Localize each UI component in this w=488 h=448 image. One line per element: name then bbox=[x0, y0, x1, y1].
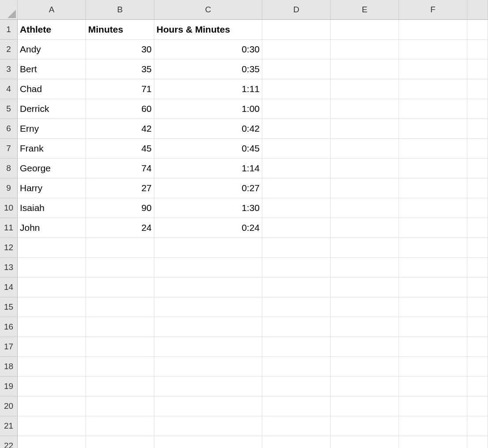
cell-A10[interactable]: Isaiah bbox=[18, 198, 86, 218]
cell-B14[interactable] bbox=[86, 278, 154, 297]
row-header-16[interactable]: 16 bbox=[0, 317, 18, 337]
col-header-C[interactable]: C bbox=[154, 0, 262, 20]
row-header-22[interactable]: 22 bbox=[0, 436, 18, 448]
cell-G20[interactable] bbox=[467, 396, 488, 416]
cell-D11[interactable] bbox=[262, 218, 331, 238]
cell-B8[interactable]: 74 bbox=[86, 159, 154, 178]
cell-A19[interactable] bbox=[18, 377, 86, 396]
cell-A16[interactable] bbox=[18, 317, 86, 337]
cell-C14[interactable] bbox=[154, 278, 262, 297]
cell-G14[interactable] bbox=[467, 278, 488, 297]
cell-A6[interactable]: Erny bbox=[18, 119, 86, 139]
cell-B20[interactable] bbox=[86, 396, 154, 416]
cell-B1[interactable]: Minutes bbox=[86, 20, 154, 40]
cell-G6[interactable] bbox=[467, 119, 488, 139]
row-header-17[interactable]: 17 bbox=[0, 337, 18, 357]
col-header-D[interactable]: D bbox=[262, 0, 331, 20]
cell-A14[interactable] bbox=[18, 278, 86, 297]
cell-F10[interactable] bbox=[399, 198, 467, 218]
cell-E22[interactable] bbox=[331, 436, 399, 448]
cell-F5[interactable] bbox=[399, 99, 467, 119]
cell-E18[interactable] bbox=[331, 357, 399, 377]
cell-B11[interactable]: 24 bbox=[86, 218, 154, 238]
cell-F13[interactable] bbox=[399, 258, 467, 278]
cell-B4[interactable]: 71 bbox=[86, 79, 154, 99]
row-header-20[interactable]: 20 bbox=[0, 396, 18, 416]
row-header-7[interactable]: 7 bbox=[0, 139, 18, 159]
cell-D4[interactable] bbox=[262, 79, 331, 99]
cell-B6[interactable]: 42 bbox=[86, 119, 154, 139]
cell-B17[interactable] bbox=[86, 337, 154, 357]
cell-F8[interactable] bbox=[399, 159, 467, 178]
cell-E19[interactable] bbox=[331, 377, 399, 396]
row-header-11[interactable]: 11 bbox=[0, 218, 18, 238]
cell-A17[interactable] bbox=[18, 337, 86, 357]
row-header-10[interactable]: 10 bbox=[0, 198, 18, 218]
row-header-4[interactable]: 4 bbox=[0, 79, 18, 99]
cell-F18[interactable] bbox=[399, 357, 467, 377]
cell-A20[interactable] bbox=[18, 396, 86, 416]
cell-G13[interactable] bbox=[467, 258, 488, 278]
cell-D10[interactable] bbox=[262, 198, 331, 218]
cell-G2[interactable] bbox=[467, 40, 488, 59]
row-header-9[interactable]: 9 bbox=[0, 178, 18, 198]
cell-C10[interactable]: 1:30 bbox=[154, 198, 262, 218]
cell-C2[interactable]: 0:30 bbox=[154, 40, 262, 59]
cell-G11[interactable] bbox=[467, 218, 488, 238]
cell-B13[interactable] bbox=[86, 258, 154, 278]
cell-D6[interactable] bbox=[262, 119, 331, 139]
cell-G4[interactable] bbox=[467, 79, 488, 99]
cell-E3[interactable] bbox=[331, 59, 399, 79]
cell-G7[interactable] bbox=[467, 139, 488, 159]
row-header-13[interactable]: 13 bbox=[0, 258, 18, 278]
cell-D5[interactable] bbox=[262, 99, 331, 119]
cell-D19[interactable] bbox=[262, 377, 331, 396]
row-header-1[interactable]: 1 bbox=[0, 20, 18, 40]
cell-D8[interactable] bbox=[262, 159, 331, 178]
cell-G15[interactable] bbox=[467, 297, 488, 317]
cell-D9[interactable] bbox=[262, 178, 331, 198]
cell-E5[interactable] bbox=[331, 99, 399, 119]
select-all-corner[interactable] bbox=[0, 0, 18, 20]
cell-C11[interactable]: 0:24 bbox=[154, 218, 262, 238]
cell-D18[interactable] bbox=[262, 357, 331, 377]
cell-G10[interactable] bbox=[467, 198, 488, 218]
cell-A18[interactable] bbox=[18, 357, 86, 377]
cell-E15[interactable] bbox=[331, 297, 399, 317]
cell-C16[interactable] bbox=[154, 317, 262, 337]
cell-D1[interactable] bbox=[262, 20, 331, 40]
row-header-8[interactable]: 8 bbox=[0, 159, 18, 178]
cell-B16[interactable] bbox=[86, 317, 154, 337]
col-header-B[interactable]: B bbox=[86, 0, 154, 20]
cell-E20[interactable] bbox=[331, 396, 399, 416]
cell-A4[interactable]: Chad bbox=[18, 79, 86, 99]
row-header-5[interactable]: 5 bbox=[0, 99, 18, 119]
cell-A5[interactable]: Derrick bbox=[18, 99, 86, 119]
cell-G17[interactable] bbox=[467, 337, 488, 357]
col-header-F[interactable]: F bbox=[399, 0, 467, 20]
cell-E6[interactable] bbox=[331, 119, 399, 139]
col-header-extra[interactable] bbox=[467, 0, 488, 20]
cell-B10[interactable]: 90 bbox=[86, 198, 154, 218]
cell-C7[interactable]: 0:45 bbox=[154, 139, 262, 159]
cell-E8[interactable] bbox=[331, 159, 399, 178]
cell-D13[interactable] bbox=[262, 258, 331, 278]
cell-F1[interactable] bbox=[399, 20, 467, 40]
cell-F7[interactable] bbox=[399, 139, 467, 159]
cell-E1[interactable] bbox=[331, 20, 399, 40]
cell-E21[interactable] bbox=[331, 416, 399, 436]
cell-E17[interactable] bbox=[331, 337, 399, 357]
cell-G18[interactable] bbox=[467, 357, 488, 377]
cell-F21[interactable] bbox=[399, 416, 467, 436]
row-header-14[interactable]: 14 bbox=[0, 278, 18, 297]
cell-B7[interactable]: 45 bbox=[86, 139, 154, 159]
cell-C8[interactable]: 1:14 bbox=[154, 159, 262, 178]
cell-A13[interactable] bbox=[18, 258, 86, 278]
cell-F15[interactable] bbox=[399, 297, 467, 317]
cell-F11[interactable] bbox=[399, 218, 467, 238]
cell-A3[interactable]: Bert bbox=[18, 59, 86, 79]
col-header-E[interactable]: E bbox=[331, 0, 399, 20]
cell-C22[interactable] bbox=[154, 436, 262, 448]
row-header-12[interactable]: 12 bbox=[0, 238, 18, 258]
cell-G16[interactable] bbox=[467, 317, 488, 337]
